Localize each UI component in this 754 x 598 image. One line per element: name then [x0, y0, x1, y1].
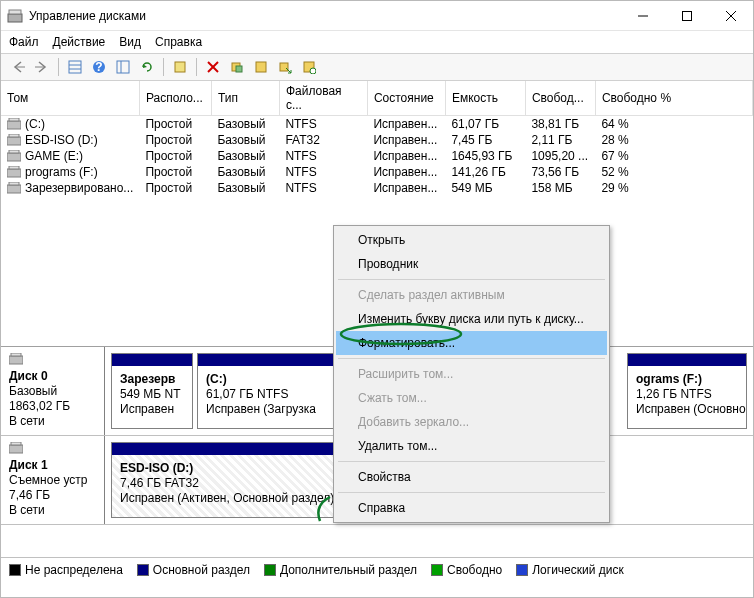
menu-file[interactable]: Файл	[9, 35, 39, 49]
column-header[interactable]: Располо...	[139, 81, 211, 116]
volume-name: ESD-ISO (D:)	[25, 133, 98, 147]
svg-rect-0	[8, 14, 22, 22]
menu-item[interactable]: Справка	[336, 496, 607, 520]
menu-item[interactable]: Проводник	[336, 252, 607, 276]
column-header[interactable]: Свобод...	[525, 81, 595, 116]
column-header[interactable]: Свободно %	[595, 81, 752, 116]
menu-item[interactable]: Изменить букву диска или путь к диску...	[336, 307, 607, 331]
menu-item: Сжать том...	[336, 386, 607, 410]
svg-point-21	[310, 68, 316, 74]
partition[interactable]: (C:)61,07 ГБ NTFSИсправен (Загрузка	[197, 353, 345, 429]
menu-item: Расширить том...	[336, 362, 607, 386]
action3-icon[interactable]	[274, 56, 296, 78]
volume-row[interactable]: (C:)ПростойБазовыйNTFSИсправен...61,07 Г…	[1, 116, 753, 133]
legend: Не распределенаОсновной разделДополнител…	[1, 557, 753, 581]
volume-row[interactable]: ESD-ISO (D:)ПростойБазовыйFAT32Исправен.…	[1, 132, 753, 148]
menu-separator	[338, 358, 605, 359]
menu-separator	[338, 279, 605, 280]
legend-item: Не распределена	[9, 563, 123, 577]
properties-icon[interactable]	[169, 56, 191, 78]
svg-rect-6	[69, 61, 81, 73]
minimize-button[interactable]	[621, 1, 665, 31]
volume-name: (C:)	[25, 117, 45, 131]
svg-rect-34	[9, 445, 23, 453]
svg-rect-11	[117, 61, 129, 73]
svg-rect-25	[9, 134, 19, 137]
maximize-button[interactable]	[665, 1, 709, 31]
menu-item[interactable]: Свойства	[336, 465, 607, 489]
svg-rect-19	[280, 63, 288, 71]
window-title: Управление дисками	[29, 9, 621, 23]
volume-row[interactable]: GAME (E:)ПростойБазовыйNTFSИсправен...16…	[1, 148, 753, 164]
svg-rect-13	[175, 62, 185, 72]
delete-icon[interactable]	[202, 56, 224, 78]
disk-info[interactable]: Диск 0Базовый1863,02 ГБВ сети	[1, 347, 105, 435]
svg-rect-26	[7, 153, 21, 161]
column-header[interactable]: Тип	[211, 81, 279, 116]
view-list-icon[interactable]	[64, 56, 86, 78]
action2-icon[interactable]	[250, 56, 272, 78]
menu-view[interactable]: Вид	[119, 35, 141, 49]
menu-item[interactable]: Форматировать...	[336, 331, 607, 355]
svg-rect-32	[9, 356, 23, 364]
volume-row[interactable]: programs (F:)ПростойБазовыйNTFSИсправен.…	[1, 164, 753, 180]
legend-item: Свободно	[431, 563, 502, 577]
menu-item[interactable]: Удалить том...	[336, 434, 607, 458]
menu-action[interactable]: Действие	[53, 35, 106, 49]
window-buttons	[621, 1, 753, 31]
column-header[interactable]: Файловая с...	[279, 81, 367, 116]
svg-text:?: ?	[95, 60, 102, 74]
disk-info[interactable]: Диск 1Съемное устр7,46 ГБВ сети	[1, 436, 105, 524]
action4-icon[interactable]	[298, 56, 320, 78]
menubar: Файл Действие Вид Справка	[1, 31, 753, 53]
svg-rect-18	[256, 62, 266, 72]
svg-rect-31	[9, 182, 19, 185]
forward-button[interactable]	[31, 56, 53, 78]
column-header[interactable]: Состояние	[367, 81, 445, 116]
svg-rect-30	[7, 185, 21, 193]
titlebar: Управление дисками	[1, 1, 753, 31]
legend-item: Дополнительный раздел	[264, 563, 417, 577]
column-header[interactable]: Емкость	[445, 81, 525, 116]
menu-help[interactable]: Справка	[155, 35, 202, 49]
svg-rect-1	[9, 10, 21, 14]
volume-name: GAME (E:)	[25, 149, 83, 163]
help-icon[interactable]: ?	[88, 56, 110, 78]
action1-icon[interactable]	[226, 56, 248, 78]
svg-rect-17	[236, 66, 242, 72]
svg-rect-3	[683, 11, 692, 20]
svg-rect-27	[9, 150, 19, 153]
menu-item[interactable]: Открыть	[336, 228, 607, 252]
svg-rect-24	[7, 137, 21, 145]
menu-item: Добавить зеркало...	[336, 410, 607, 434]
menu-separator	[338, 492, 605, 493]
legend-item: Основной раздел	[137, 563, 250, 577]
volume-name: programs (F:)	[25, 165, 98, 179]
disk-mgmt-icon	[7, 8, 23, 24]
context-menu: ОткрытьПроводникСделать раздел активнымИ…	[333, 225, 610, 523]
svg-rect-35	[11, 442, 21, 445]
svg-rect-33	[11, 353, 21, 356]
back-button[interactable]	[7, 56, 29, 78]
close-button[interactable]	[709, 1, 753, 31]
svg-rect-28	[7, 169, 21, 177]
view-detail-icon[interactable]	[112, 56, 134, 78]
legend-item: Логический диск	[516, 563, 624, 577]
partition[interactable]: Зарезерв549 МБ NTИсправен	[111, 353, 193, 429]
menu-separator	[338, 461, 605, 462]
volume-name: Зарезервировано...	[25, 181, 133, 195]
toolbar: ?	[1, 53, 753, 81]
volume-row[interactable]: Зарезервировано...ПростойБазовыйNTFSИспр…	[1, 180, 753, 196]
menu-item: Сделать раздел активным	[336, 283, 607, 307]
svg-rect-22	[7, 121, 21, 129]
refresh-icon[interactable]	[136, 56, 158, 78]
column-header[interactable]: Том	[1, 81, 139, 116]
svg-rect-23	[9, 118, 19, 121]
partition[interactable]: ograms (F:)1,26 ГБ NTFSИсправен (Основно…	[627, 353, 747, 429]
svg-rect-29	[9, 166, 19, 169]
